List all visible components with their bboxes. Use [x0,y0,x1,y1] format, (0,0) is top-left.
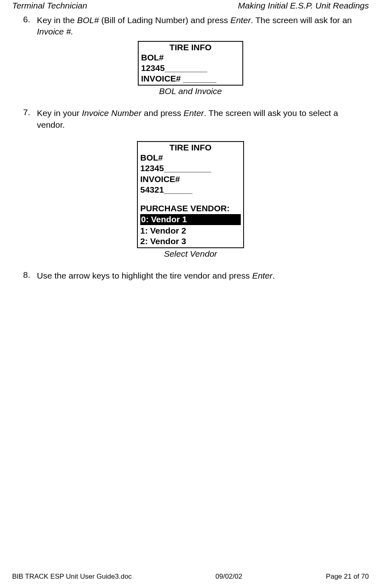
screen-line: INVOICE# _______ [141,73,240,84]
footer-page: Page 21 of 70 [326,573,369,581]
vendor-option-selected: 0: Vendor 1 [140,214,241,225]
screen-line: BOL# [140,152,241,163]
screen-bol-invoice: TIRE INFO BOL# 12345_________ INVOICE# _… [138,41,243,86]
step-6: 6. Key in the BOL# (Bill of Lading Numbe… [22,15,359,38]
spacer [140,195,241,203]
screen-title: TIRE INFO [141,43,240,52]
screen-caption: BOL and Invoice [22,86,359,96]
screen-line: 12345_________ [141,63,240,73]
step-number: 6. [22,15,37,38]
screen-title: TIRE INFO [140,143,241,152]
footer-filename: BIB TRACK ESP Unit User Guide3.doc [12,573,132,581]
screen-line: INVOICE# [140,174,241,185]
header-left: Terminal Technician [12,1,87,11]
page-footer: BIB TRACK ESP Unit User Guide3.doc 09/02… [12,573,369,581]
vendor-option: 2: Vendor 3 [140,236,241,247]
header-right: Making Initial E.S.P. Unit Readings [238,1,369,11]
screen-line: 54321______ [140,185,241,195]
page-header: Terminal Technician Making Initial E.S.P… [0,0,381,11]
screen-select-vendor: TIRE INFO BOL# 12345__________ INVOICE# … [137,141,244,248]
step-8: 8. Use the arrow keys to highlight the t… [22,270,359,281]
footer-date: 09/02/02 [216,573,242,581]
step-text: Key in the BOL# (Bill of Lading Number) … [37,15,359,38]
screen-line: PURCHASE VENDOR: [140,203,241,214]
step-7: 7. Key in your Invoice Number and press … [22,107,359,131]
page-content: 6. Key in the BOL# (Bill of Lading Numbe… [0,11,381,281]
step-number: 7. [22,107,37,131]
step-text: Key in your Invoice Number and press Ent… [37,107,359,131]
screen-caption: Select Vendor [22,249,359,259]
vendor-option: 1: Vendor 2 [140,225,241,236]
screen-line: 12345__________ [140,163,241,174]
screen-line: BOL# [141,52,240,63]
step-number: 8. [22,270,37,281]
step-text: Use the arrow keys to highlight the tire… [37,270,359,281]
